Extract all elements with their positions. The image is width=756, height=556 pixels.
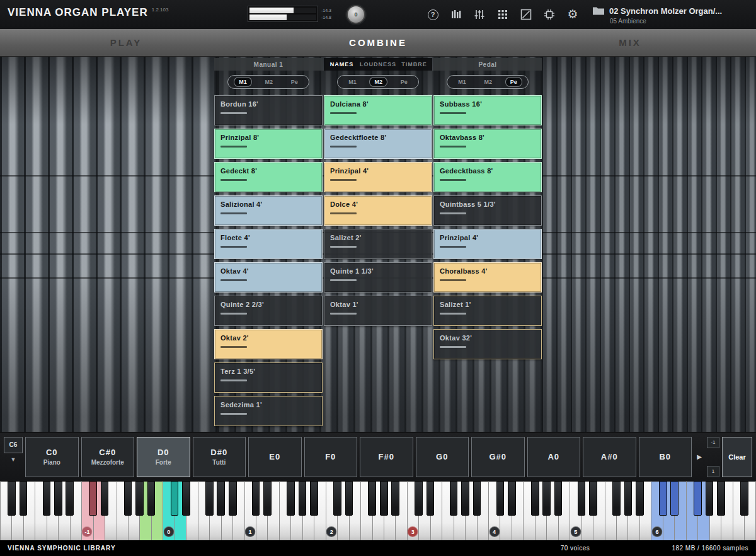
stop-volume-slider[interactable] (220, 246, 247, 248)
piano-black-key[interactable] (415, 481, 423, 516)
tab-pedal[interactable]: Pedal (433, 58, 542, 71)
stop-pedal-oktav-32[interactable]: Oktav 32' (433, 329, 542, 359)
stop-volume-slider[interactable] (220, 112, 247, 114)
stop-volume-slider[interactable] (330, 313, 357, 315)
stop-volume-slider[interactable] (440, 279, 466, 281)
tab-play[interactable]: PLAY (0, 29, 252, 56)
stop-pedal-subbass-16[interactable]: Subbass 16' (433, 95, 542, 125)
piano-black-key[interactable] (310, 481, 318, 516)
stop-m1-oktav-4[interactable]: Oktav 4' (214, 262, 323, 292)
octave-shift-down-button[interactable]: 1 (707, 466, 719, 477)
piano-black-key[interactable] (345, 481, 353, 516)
keyswitch-b0[interactable]: B0 (639, 437, 692, 477)
stop-pedal-salizet-1[interactable]: Salizet 1' (433, 296, 542, 326)
stop-volume-slider[interactable] (330, 146, 357, 148)
toggle-m2-m2[interactable]: M2 (370, 78, 387, 86)
organ-pipes-icon[interactable] (450, 8, 462, 21)
piano-black-key[interactable] (380, 481, 388, 516)
piano-black-key[interactable] (636, 481, 644, 516)
stop-pedal-choralbass-4[interactable]: Choralbass 4' (433, 262, 542, 292)
stop-volume-slider[interactable] (330, 246, 357, 248)
piano-black-key[interactable] (508, 481, 516, 516)
stop-volume-slider[interactable] (440, 246, 466, 248)
stop-volume-slider[interactable] (220, 179, 247, 181)
mixer-sliders-icon[interactable] (473, 8, 486, 21)
preset-selector[interactable]: 02 Synchron Molzer Organ/... 05 Ambience (592, 4, 750, 25)
stop-m1-oktav-2[interactable]: Oktav 2' (214, 329, 323, 359)
piano-black-key[interactable] (171, 481, 179, 516)
piano-black-key[interactable] (66, 481, 74, 516)
piano-black-key[interactable] (531, 481, 539, 516)
keyswitch-a-0[interactable]: A#0 (583, 437, 636, 477)
stop-m2-oktav-1[interactable]: Oktav 1' (324, 296, 432, 326)
stop-m2-dolce-4[interactable]: Dolce 4' (324, 195, 432, 226)
view-tab-timbre[interactable]: TIMBRE (396, 58, 432, 71)
piano-black-key[interactable] (554, 481, 563, 516)
piano-black-key[interactable] (368, 481, 376, 516)
view-tab-names[interactable]: NAMES (324, 58, 360, 71)
piano-black-key[interactable] (263, 481, 272, 516)
stop-pedal-gedecktbass-8[interactable]: Gedecktbass 8' (433, 162, 542, 192)
midi-chip-icon[interactable] (543, 8, 556, 21)
piano-black-key[interactable] (8, 481, 16, 516)
keyswitch-f0[interactable]: F0 (304, 437, 358, 477)
stop-m2-salizet-2[interactable]: Salizet 2' (324, 229, 432, 259)
piano-black-key[interactable] (450, 481, 458, 516)
stop-volume-slider[interactable] (330, 179, 357, 181)
settings-gear-icon[interactable]: ⚙ (566, 8, 579, 21)
stop-pedal-prinzipal-4[interactable]: Prinzipal 4' (433, 229, 542, 259)
toggle-m1-pe[interactable]: Pe (287, 78, 302, 86)
tab-combine[interactable]: COMBINE (252, 29, 504, 56)
stop-m1-salizional-4[interactable]: Salizional 4' (214, 195, 323, 226)
keyswitch-next-arrow[interactable]: ▶ (694, 437, 704, 477)
tab-manual-1[interactable]: Manual 1 (214, 58, 323, 71)
stop-volume-slider[interactable] (440, 112, 466, 114)
piano-black-key[interactable] (624, 481, 633, 516)
chevron-down-icon[interactable]: ▼ (4, 456, 23, 463)
stop-volume-slider[interactable] (440, 179, 466, 181)
stop-volume-slider[interactable] (220, 346, 247, 348)
keyswitch-d-0[interactable]: D#0Tutti (193, 437, 246, 477)
stop-m1-quinte-2-2-3[interactable]: Quinte 2 2/3' (214, 296, 323, 326)
piano-black-key[interactable] (205, 481, 214, 516)
piano-black-key[interactable] (670, 481, 679, 516)
piano-black-key[interactable] (461, 481, 469, 516)
piano-black-key[interactable] (706, 481, 714, 516)
piano-black-key[interactable] (229, 481, 237, 516)
piano-black-key[interactable] (659, 481, 667, 516)
matrix-grid-icon[interactable] (496, 8, 509, 21)
help-icon[interactable]: ? (427, 8, 439, 21)
keyswitch-c0[interactable]: C0Piano (25, 437, 79, 477)
piano-black-key[interactable] (20, 481, 28, 516)
piano-black-key[interactable] (101, 481, 109, 516)
keyswitch-g-0[interactable]: G#0 (471, 437, 525, 477)
view-tab-loudness[interactable]: LOUDNESS (360, 58, 396, 71)
piano-black-key[interactable] (217, 481, 225, 516)
keyswitch-d0[interactable]: D0Forte (137, 437, 190, 477)
stop-pedal-oktavbass-8[interactable]: Oktavbass 8' (433, 129, 542, 159)
piano-black-key[interactable] (287, 481, 295, 516)
toggle-m1-m2[interactable]: M2 (260, 78, 277, 86)
stop-m2-dulciana-8[interactable]: Dulciana 8' (324, 95, 432, 125)
piano-black-key[interactable] (542, 481, 551, 516)
stop-m2-quinte-1-1-3[interactable]: Quinte 1 1/3' (324, 262, 432, 292)
octave-shift-up-button[interactable]: -1 (707, 437, 719, 448)
piano-black-key[interactable] (252, 481, 260, 516)
stop-m1-prinzipal-8[interactable]: Prinzipal 8' (214, 129, 323, 159)
toggle-m1-m1[interactable]: M1 (234, 78, 251, 86)
master-volume-knob[interactable]: 0 (346, 5, 365, 24)
stop-volume-slider[interactable] (220, 313, 247, 315)
piano-black-key[interactable] (612, 481, 621, 516)
keyswitch-e0[interactable]: E0 (248, 437, 302, 477)
piano-black-key[interactable] (740, 481, 748, 516)
stop-volume-slider[interactable] (220, 146, 247, 148)
stop-volume-slider[interactable] (330, 112, 357, 114)
clear-button[interactable]: Clear (722, 437, 752, 477)
piano-black-key[interactable] (391, 481, 399, 516)
piano-black-key[interactable] (43, 481, 51, 516)
tab-mix[interactable]: MIX (504, 29, 756, 56)
stop-m1-floete-4[interactable]: Floete 4' (214, 229, 323, 259)
piano-black-key[interactable] (135, 481, 144, 516)
piano-black-key[interactable] (89, 481, 97, 516)
piano-black-key[interactable] (694, 481, 702, 516)
